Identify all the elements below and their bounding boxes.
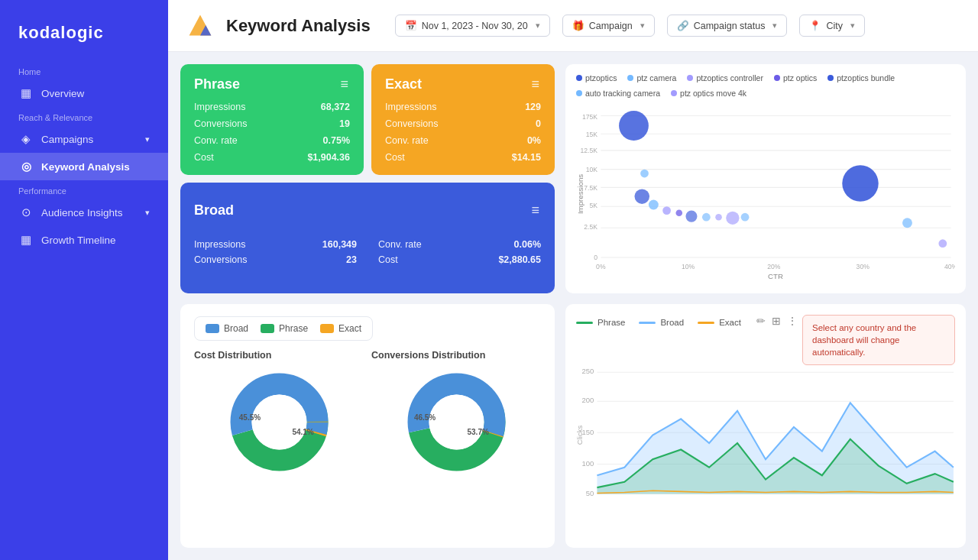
broad-card-menu-icon[interactable]: ≡ [531, 202, 541, 218]
sidebar-item-overview[interactable]: ▦ Overview [0, 79, 168, 107]
dist-legend-broad-label: Broad [224, 323, 248, 334]
phrase-cost-label: Cost [194, 152, 214, 163]
exact-conv-rate-label: Conv. rate [385, 135, 429, 146]
sidebar-item-keyword-analysis[interactable]: ◎ Keyword Analysis [0, 153, 168, 180]
distribution-panel: Broad Phrase Exact Cost Distribution [180, 304, 555, 548]
legend-dot [774, 75, 780, 81]
campaign-filter[interactable]: 🎁 Campaign ▾ [562, 15, 655, 37]
exact-conversions-value: 0 [536, 118, 541, 129]
sidebar-item-growth-timeline[interactable]: ▦ Growth Timeline [0, 226, 168, 254]
page-title: Keyword Analysis [226, 16, 371, 36]
legend-label: ptzoptics [585, 73, 617, 83]
calendar-icon: 📅 [405, 20, 417, 31]
sidebar: kodalogic Home ▦ Overview Reach & Releva… [0, 0, 168, 560]
campaigns-icon: ◈ [18, 132, 34, 146]
scatter-bubble [649, 200, 659, 210]
exact-conversions-label: Conversions [385, 118, 438, 129]
conversions-distribution-chart: Conversions Distribution 46.5% 53.7% [371, 350, 541, 536]
svg-text:10K: 10K [586, 166, 598, 173]
sidebar-item-campaigns[interactable]: ◈ Campaigns ▾ [0, 125, 168, 153]
line-legend-phrase-label: Phrase [597, 318, 625, 327]
conv-broad-pct: 53.7% [468, 428, 489, 436]
edit-icon[interactable]: ✏ [756, 315, 766, 327]
exact-line-color [698, 322, 714, 324]
cost-chart-title: Cost Distribution [194, 350, 271, 361]
more-icon[interactable]: ⋮ [787, 315, 798, 327]
broad-cost-value: $2,880.65 [498, 254, 541, 265]
scatter-bubble [902, 218, 912, 228]
sidebar-section-home: Home [0, 61, 168, 79]
svg-text:Impressions: Impressions [576, 174, 585, 214]
sidebar-item-audience-insights[interactable]: ⊙ Audience Insights ▾ [0, 199, 168, 226]
date-range-label: Nov 1, 2023 - Nov 30, 20 [422, 21, 528, 31]
phrase-conv-rate-label: Conv. rate [194, 135, 238, 146]
scatter-bubble [635, 189, 649, 204]
chart-area: 250 200 150 100 50 Clicks [576, 333, 955, 537]
phrase-card-menu-icon[interactable]: ≡ [340, 76, 350, 92]
date-range-filter[interactable]: 📅 Nov 1, 2023 - Nov 30, 20 ▾ [395, 15, 550, 37]
grid-icon[interactable]: ⊞ [772, 315, 781, 327]
cost-broad-pct: 54.1% [292, 428, 313, 436]
broad-impressions: Impressions 160,349 [194, 239, 357, 250]
dist-legend-exact-label: Exact [338, 323, 361, 334]
line-legend-exact: Exact [698, 318, 741, 327]
legend-dot [827, 75, 834, 81]
legend-ptz-optics-move: ptz optics move 4k [671, 89, 746, 98]
campaign-label: Campaign [589, 21, 633, 31]
chevron-down-icon: ▾ [536, 21, 540, 31]
scatter-bubble [741, 213, 750, 222]
bottom-row: Broad Phrase Exact Cost Distribution [180, 304, 966, 548]
dist-legend-broad: Broad [206, 323, 248, 334]
sidebar-item-label: Overview [41, 88, 84, 99]
svg-text:175K: 175K [582, 113, 597, 121]
broad-conversions-value: 23 [346, 254, 357, 265]
scatter-svg: Impressions 175K 15K 12.5K 10K 7.5K 5K 2… [576, 104, 955, 284]
city-filter[interactable]: 📍 City ▾ [799, 15, 865, 37]
phrase-cost: Cost $1,904.36 [194, 152, 350, 163]
scatter-bubble [938, 239, 947, 248]
svg-text:200: 200 [581, 396, 594, 404]
keyword-icon: ◎ [18, 160, 34, 173]
dist-legend-color [320, 324, 334, 333]
conv-phrase-pct: 46.5% [414, 413, 436, 422]
legend-ptzoptics-bundle: ptzoptics bundle [827, 73, 895, 83]
top-cards-row: Phrase ≡ Impressions 68,372 Conversions … [180, 64, 555, 175]
svg-text:0: 0 [594, 254, 597, 261]
scatter-bubble [726, 212, 739, 225]
svg-text:12.5K: 12.5K [581, 147, 598, 154]
conversions-chart-title: Conversions Distribution [371, 350, 485, 361]
legend-label: ptz optics move 4k [680, 89, 746, 98]
svg-text:50: 50 [586, 489, 594, 497]
broad-card-title: Broad [194, 202, 234, 218]
legend-dot [687, 75, 693, 81]
broad-card: Broad ≡ Impressions 160,349 Conversions … [180, 183, 555, 293]
svg-text:2.5K: 2.5K [584, 223, 597, 231]
dist-legend: Broad Phrase Exact [194, 316, 373, 341]
broad-conversions: Conversions 23 [194, 254, 357, 265]
broad-cost-label: Cost [378, 254, 398, 265]
dist-legend-color [261, 324, 274, 333]
legend-ptz-camera: ptz camera [627, 73, 676, 83]
svg-text:5K: 5K [590, 202, 598, 209]
legend-ptzoptics: ptzoptics [576, 73, 617, 83]
svg-text:250: 250 [581, 367, 594, 375]
svg-text:CTR: CTR [768, 272, 783, 280]
svg-text:40%: 40% [944, 263, 955, 270]
scatter-panel: ptzoptics ptz camera ptzoptics controlle… [565, 64, 966, 293]
phrase-conversions-label: Conversions [194, 118, 247, 129]
scatter-bubble [702, 213, 711, 222]
legend-label: auto tracking camera [585, 89, 660, 98]
sidebar-item-label: Audience Insights [41, 207, 123, 218]
line-legend-exact-label: Exact [719, 318, 741, 327]
campaign-status-filter[interactable]: 🔗 Campaign status ▾ [667, 15, 788, 37]
svg-text:10%: 10% [682, 263, 695, 270]
sidebar-item-label: Campaigns [41, 134, 93, 145]
sidebar-item-label: Keyword Analysis [41, 161, 130, 173]
scatter-area: Impressions 175K 15K 12.5K 10K 7.5K 5K 2… [576, 104, 955, 284]
exact-card-menu-icon[interactable]: ≡ [531, 76, 541, 92]
legend-dot [671, 90, 677, 96]
dist-legend-exact: Exact [320, 323, 361, 334]
exact-cost-label: Cost [385, 152, 405, 163]
cost-distribution-chart: Cost Distribution 45.5% 54.1% [194, 350, 364, 536]
scatter-legend: ptzoptics ptz camera ptzoptics controlle… [576, 73, 955, 98]
